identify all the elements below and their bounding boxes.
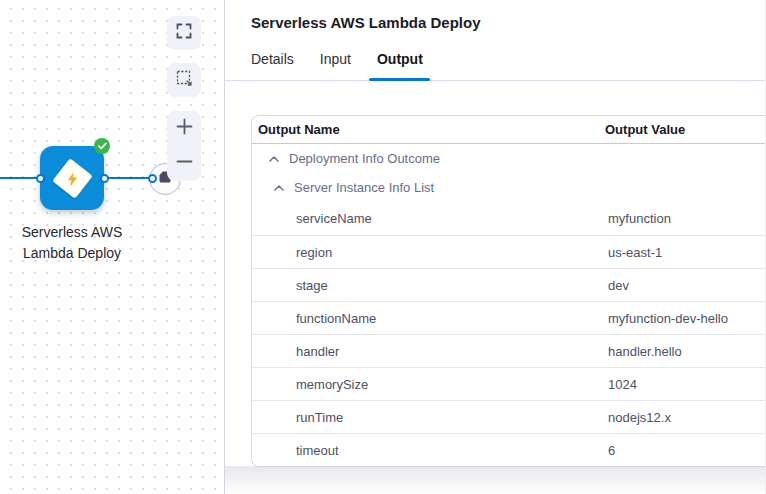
page-title: Serverless AWS Lambda Deploy xyxy=(225,0,766,31)
output-name: timeout xyxy=(252,443,605,458)
output-name: stage xyxy=(252,278,605,293)
table-row: serviceName myfunction xyxy=(252,202,766,235)
marquee-select-button[interactable] xyxy=(167,63,201,97)
chevron-up-icon[interactable] xyxy=(274,185,284,191)
output-name: handler xyxy=(252,344,605,359)
group-label: Deployment Info Outcome xyxy=(289,151,440,166)
output-table: Output Name Output Value Deployment Info… xyxy=(251,115,766,467)
node-port-next xyxy=(148,174,157,183)
table-header: Output Name Output Value xyxy=(252,116,766,144)
table-row: region us-east-1 xyxy=(252,235,766,268)
table-row: stage dev xyxy=(252,268,766,301)
output-value: 1024 xyxy=(605,377,766,392)
output-value: 6 xyxy=(605,443,766,458)
zoom-controls xyxy=(167,111,201,181)
tab-details[interactable]: Details xyxy=(251,51,294,80)
zoom-in-button[interactable] xyxy=(167,111,201,146)
output-name: runTime xyxy=(252,410,605,425)
fullscreen-icon xyxy=(176,23,192,43)
pipeline-canvas[interactable]: Serverless AWS Lambda Deploy xyxy=(0,0,224,494)
node-port-left xyxy=(36,174,45,183)
fullscreen-button[interactable] xyxy=(167,16,201,50)
group-row-server-instance-info-list[interactable]: Server Instance Info List xyxy=(252,173,766,202)
output-name: region xyxy=(252,245,605,260)
output-value: handler.hello xyxy=(605,344,766,359)
bottom-scroll-fade xyxy=(225,466,766,494)
chevron-up-icon[interactable] xyxy=(269,156,279,162)
table-row: timeout 6 xyxy=(252,433,766,466)
table-row: runTime nodejs12.x xyxy=(252,400,766,433)
tab-bar: Details Input Output xyxy=(225,31,766,81)
group-row-deployment-info-outcome[interactable]: Deployment Info Outcome xyxy=(252,144,766,173)
node-label: Serverless AWS Lambda Deploy xyxy=(7,222,137,264)
marquee-select-icon xyxy=(176,70,193,91)
step-node-serverless-lambda-deploy[interactable] xyxy=(40,146,104,210)
tab-output[interactable]: Output xyxy=(377,51,423,80)
group-label: Server Instance Info List xyxy=(294,180,434,195)
edge-outgoing xyxy=(104,177,153,179)
lambda-step-icon xyxy=(52,158,93,199)
table-row: memorySize 1024 xyxy=(252,367,766,400)
zoom-out-button[interactable] xyxy=(167,146,201,181)
output-value: myfunction xyxy=(605,211,766,226)
node-port-right xyxy=(100,174,109,183)
output-value: us-east-1 xyxy=(605,245,766,260)
output-value: nodejs12.x xyxy=(605,410,766,425)
output-name: functionName xyxy=(252,311,605,326)
step-details-panel: Serverless AWS Lambda Deploy Details Inp… xyxy=(225,0,766,494)
column-header-output-name: Output Name xyxy=(252,122,605,137)
edge-incoming xyxy=(0,177,40,179)
minus-icon xyxy=(176,153,193,174)
table-row: functionName myfunction-dev-hello xyxy=(252,301,766,334)
table-row: handler handler.hello xyxy=(252,334,766,367)
column-header-output-value: Output Value xyxy=(605,122,766,137)
success-check-icon xyxy=(94,138,110,154)
output-value: myfunction-dev-hello xyxy=(605,311,766,326)
plus-icon xyxy=(176,118,193,139)
output-name: serviceName xyxy=(252,211,605,226)
tab-input[interactable]: Input xyxy=(320,51,351,80)
output-value: dev xyxy=(605,278,766,293)
output-name: memorySize xyxy=(252,377,605,392)
